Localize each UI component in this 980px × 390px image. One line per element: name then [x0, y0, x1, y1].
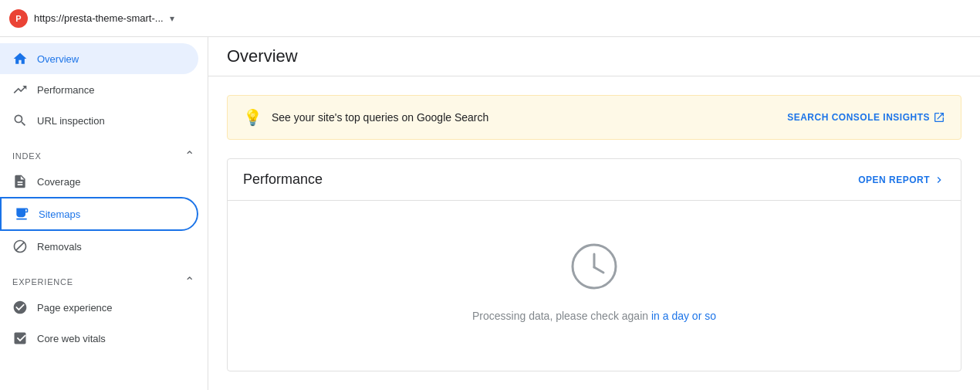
page-title: Overview: [208, 37, 980, 76]
sidebar-item-core-web-vitals[interactable]: Core web vitals: [0, 323, 198, 354]
sidebar-item-sitemaps[interactable]: Sitemaps: [0, 197, 198, 231]
experience-chevron-icon[interactable]: ⌃: [184, 274, 195, 289]
page-experience-label: Page experience: [37, 302, 113, 314]
day-link[interactable]: in a day or so: [651, 310, 716, 322]
performance-card-header: Performance OPEN REPORT: [228, 159, 961, 201]
page-experience-icon: [12, 300, 28, 315]
performance-label: Performance: [37, 84, 94, 96]
open-report-label: OPEN REPORT: [858, 175, 930, 185]
external-link-icon: [933, 111, 945, 124]
performance-card-body: Processing data, please check again in a…: [228, 201, 961, 371]
core-web-vitals-icon: [12, 331, 28, 346]
sidebar-item-removals[interactable]: Removals: [0, 231, 198, 262]
sidebar-item-coverage[interactable]: Coverage: [0, 166, 198, 197]
banner-text: See your site's top queries on Google Se…: [272, 111, 778, 124]
sitemaps-icon: [14, 206, 29, 222]
processing-text: Processing data, please check again in a…: [472, 310, 716, 322]
trending-icon: [12, 82, 28, 97]
top-bar: P https://presta-theme-smart-... ▾: [0, 0, 980, 37]
coverage-icon: [12, 174, 28, 189]
search-console-insights-label: SEARCH CONSOLE INSIGHTS: [787, 112, 930, 123]
sidebar: Overview Performance URL inspection Inde…: [0, 37, 208, 390]
sidebar-item-page-experience[interactable]: Page experience: [0, 292, 198, 323]
index-section-header: Index ⌃: [0, 136, 208, 166]
dropdown-arrow-icon[interactable]: ▾: [170, 13, 174, 24]
performance-card: Performance OPEN REPORT: [227, 158, 961, 371]
home-icon: [12, 51, 28, 66]
main-layout: Overview Performance URL inspection Inde…: [0, 37, 980, 390]
clock-icon: [569, 242, 619, 291]
main-content: Overview 💡 See your site's top queries o…: [208, 37, 980, 390]
site-url: https://presta-theme-smart-...: [34, 12, 164, 24]
search-console-banner: 💡 See your site's top queries on Google …: [227, 95, 961, 140]
removals-icon: [12, 239, 28, 254]
site-favicon: P: [9, 9, 28, 28]
lightbulb-icon: 💡: [243, 108, 262, 127]
removals-label: Removals: [37, 241, 82, 253]
open-report-link[interactable]: OPEN REPORT: [858, 174, 945, 186]
sidebar-item-performance[interactable]: Performance: [0, 74, 198, 105]
search-icon: [12, 113, 28, 128]
overview-label: Overview: [37, 53, 79, 65]
index-chevron-icon[interactable]: ⌃: [184, 148, 195, 163]
sidebar-item-url-inspection[interactable]: URL inspection: [0, 105, 198, 136]
experience-section-header: Experience ⌃: [0, 262, 208, 292]
core-web-vitals-label: Core web vitals: [37, 333, 106, 344]
performance-title: Performance: [243, 171, 323, 188]
search-console-insights-link[interactable]: SEARCH CONSOLE INSIGHTS: [787, 111, 945, 124]
content-area: 💡 See your site's top queries on Google …: [208, 76, 980, 390]
sitemaps-label: Sitemaps: [39, 209, 80, 220]
coverage-label: Coverage: [37, 176, 80, 188]
svg-line-2: [594, 267, 603, 273]
url-inspection-label: URL inspection: [37, 115, 105, 127]
sidebar-item-overview[interactable]: Overview: [0, 43, 198, 74]
